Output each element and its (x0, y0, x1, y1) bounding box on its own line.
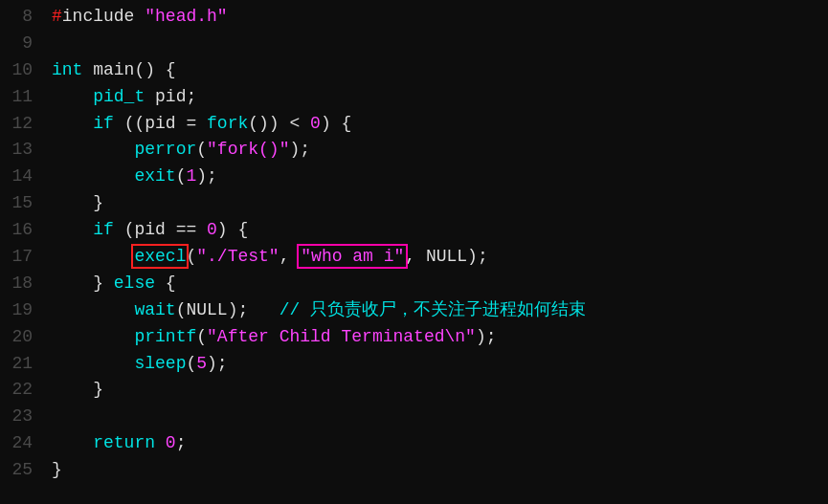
line-17: execl("./Test", "who am i", NULL); (52, 244, 828, 271)
line-15: } (52, 190, 828, 217)
num-zero: 0 (207, 220, 217, 239)
code-content: #include "head.h" int main() { pid_t pid… (46, 4, 828, 500)
line-16: if (pid == 0) { (52, 217, 828, 244)
space (134, 7, 145, 26)
line-num-13: 13 (8, 137, 33, 164)
line-num-19: 19 (8, 297, 33, 324)
line-num-12: 12 (8, 111, 33, 138)
kw-if: if (93, 114, 114, 133)
num-1: 1 (186, 166, 196, 186)
line-num-14: 14 (8, 164, 33, 190)
str-who-am-i: "who am i" (300, 247, 405, 266)
line-num-20: 20 (8, 324, 33, 351)
str-fork: "fork()" (207, 140, 289, 159)
preprocessor-hash: # (52, 7, 62, 26)
kw-else: else (114, 274, 155, 293)
str-test: "./Test" (196, 247, 279, 266)
preprocessor-include: include (62, 7, 135, 26)
line-21: sleep(5); (52, 351, 828, 378)
line-num-18: 18 (8, 271, 33, 297)
line-num-11: 11 (8, 84, 33, 111)
fn-printf: printf (134, 327, 196, 346)
line-9 (52, 31, 828, 57)
line-num-23: 23 (8, 404, 33, 430)
include-file: "head.h" (145, 7, 227, 26)
line-23 (52, 404, 828, 430)
line-11: pid_t pid; (52, 84, 828, 111)
line-numbers: 8 9 10 11 12 13 14 15 16 17 18 19 20 21 … (0, 4, 46, 500)
num-0: 0 (310, 114, 321, 133)
num-5: 5 (196, 354, 207, 373)
fn-execl: execl (134, 247, 186, 266)
line-24: return 0; (52, 430, 828, 457)
line-13: perror("fork()"); (52, 137, 828, 164)
line-22: } (52, 377, 828, 404)
fn-main: main (93, 60, 134, 79)
line-20: printf("After Child Terminated\n"); (52, 324, 828, 351)
line-8: #include "head.h" (52, 4, 828, 31)
fn-fork: fork (207, 114, 248, 133)
kw-return: return (93, 433, 155, 452)
type-pid: pid_t (93, 87, 145, 106)
fn-sleep: sleep (134, 354, 186, 373)
line-25: } (52, 457, 828, 484)
line-14: exit(1); (52, 164, 828, 190)
fn-wait: wait (134, 300, 175, 319)
fn-exit: exit (134, 166, 175, 186)
comment-wait: // 只负责收尸，不关注子进程如何结束 (280, 300, 586, 319)
line-10: int main() { (52, 57, 828, 84)
line-19: wait(NULL); // 只负责收尸，不关注子进程如何结束 (52, 297, 828, 324)
line-num-24: 24 (8, 430, 33, 457)
line-12: if ((pid = fork()) < 0) { (52, 111, 828, 138)
line-num-10: 10 (8, 57, 33, 84)
line-18: } else { (52, 271, 828, 297)
line-num-21: 21 (8, 351, 33, 378)
num-ret: 0 (166, 433, 176, 452)
line-num-25: 25 (8, 457, 33, 484)
line-num-17: 17 (8, 244, 33, 271)
str-printf: "After Child Terminated\n" (207, 327, 476, 346)
line-num-16: 16 (8, 217, 33, 244)
kw-if2: if (93, 220, 114, 239)
fn-perror: perror (134, 140, 196, 159)
line-num-22: 22 (8, 377, 33, 404)
line-num-15: 15 (8, 190, 33, 217)
line-num-9: 9 (8, 31, 33, 57)
paren-open: () { (134, 60, 175, 79)
kw-int: int (52, 60, 82, 79)
code-editor: 8 9 10 11 12 13 14 15 16 17 18 19 20 21 … (0, 0, 828, 504)
line-num-8: 8 (8, 4, 33, 31)
